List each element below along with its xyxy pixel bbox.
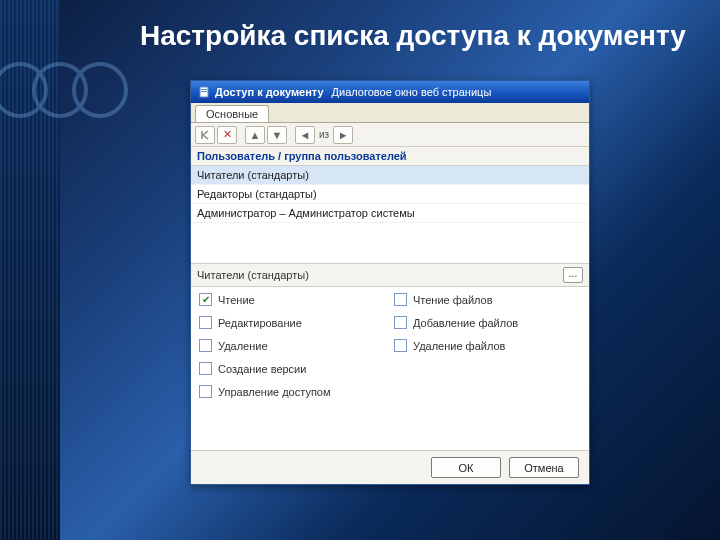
- dialog-footer: ОК Отмена: [191, 450, 589, 484]
- nav-next-button[interactable]: ►: [333, 126, 353, 144]
- perm-read[interactable]: Чтение: [199, 293, 386, 306]
- document-icon: [197, 85, 211, 99]
- perm-label: Чтение: [218, 294, 255, 306]
- checkbox-icon[interactable]: [394, 316, 407, 329]
- perm-manage-access[interactable]: Управление доступом: [199, 385, 386, 398]
- perm-label: Создание версии: [218, 363, 306, 375]
- access-dialog: Доступ к документу Диалоговое окно веб с…: [190, 80, 590, 485]
- titlebar: Доступ к документу Диалоговое окно веб с…: [191, 81, 589, 103]
- svg-point-1: [34, 64, 86, 116]
- perm-delete[interactable]: Удаление: [199, 339, 386, 352]
- tab-main[interactable]: Основные: [195, 105, 269, 122]
- perm-create-version[interactable]: Создание версии: [199, 362, 386, 375]
- selected-user-label: Читатели (стандарты): [197, 269, 309, 281]
- checkbox-icon[interactable]: [394, 339, 407, 352]
- perm-label: Добавление файлов: [413, 317, 518, 329]
- dialog-subtitle: Диалоговое окно веб страницы: [332, 86, 492, 98]
- perm-read-files[interactable]: Чтение файлов: [394, 293, 581, 306]
- user-row[interactable]: Редакторы (стандарты): [191, 185, 589, 204]
- move-down-button[interactable]: ▼: [267, 126, 287, 144]
- svg-rect-4: [201, 89, 207, 90]
- perm-label: Удаление файлов: [413, 340, 505, 352]
- checkbox-icon[interactable]: [199, 362, 212, 375]
- ok-button[interactable]: ОК: [431, 457, 501, 478]
- tab-row: Основные: [191, 103, 589, 123]
- move-up-button[interactable]: ▲: [245, 126, 265, 144]
- perm-delete-files[interactable]: Удаление файлов: [394, 339, 581, 352]
- selected-user-bar: Читатели (стандарты) ...: [191, 263, 589, 287]
- user-row[interactable]: Читатели (стандарты): [191, 166, 589, 185]
- dialog-title: Доступ к документу: [215, 86, 324, 98]
- perm-label: Управление доступом: [218, 386, 331, 398]
- svg-rect-5: [201, 91, 207, 92]
- delete-button[interactable]: ✕: [217, 126, 237, 144]
- perm-label: Удаление: [218, 340, 268, 352]
- browse-button[interactable]: ...: [563, 267, 583, 283]
- checkbox-icon[interactable]: [199, 316, 212, 329]
- nav-text: из: [317, 129, 331, 140]
- perm-add-files[interactable]: Добавление файлов: [394, 316, 581, 329]
- svg-point-2: [74, 64, 126, 116]
- user-row[interactable]: Администратор – Администратор системы: [191, 204, 589, 223]
- checkbox-icon[interactable]: [394, 293, 407, 306]
- cancel-button[interactable]: Отмена: [509, 457, 579, 478]
- list-spacer: [191, 223, 589, 263]
- slide-title: Настройка списка доступа к документу: [140, 20, 700, 52]
- perm-label: Чтение файлов: [413, 294, 493, 306]
- checkbox-icon[interactable]: [199, 385, 212, 398]
- nav-first-button[interactable]: [195, 126, 215, 144]
- checkbox-icon[interactable]: [199, 339, 212, 352]
- perm-edit[interactable]: Редактирование: [199, 316, 386, 329]
- user-list: Читатели (стандарты) Редакторы (стандарт…: [191, 166, 589, 223]
- nav-prev-button[interactable]: ◄: [295, 126, 315, 144]
- logo-circles: [0, 30, 130, 150]
- toolbar: ✕ ▲ ▼ ◄ из ►: [191, 123, 589, 147]
- checkbox-icon[interactable]: [199, 293, 212, 306]
- perm-label: Редактирование: [218, 317, 302, 329]
- user-column-header: Пользователь / группа пользователей: [191, 147, 589, 166]
- permissions-grid: Чтение Чтение файлов Редактирование Доба…: [191, 287, 589, 398]
